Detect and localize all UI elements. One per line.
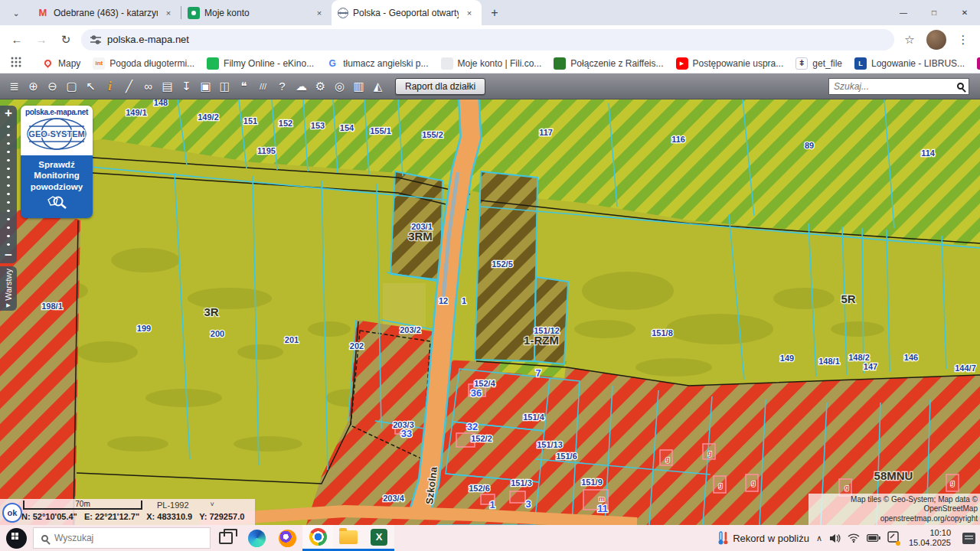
toolbar-zoom-in-button[interactable]: ⊕ — [24, 77, 43, 96]
zoom-slider-track[interactable] — [0, 122, 17, 246]
toolbar-layers-button[interactable]: ≣ — [5, 77, 24, 96]
toolbar-marker-download-button[interactable]: ↧ — [177, 77, 196, 96]
svg-text:GEO-SYSTEM: GEO-SYSTEM — [28, 129, 84, 139]
bookmark-item[interactable]: Mapy — [35, 56, 87, 71]
taskbar-clock[interactable]: 10:10 15.04.2025 — [909, 528, 951, 548]
tab-close-icon[interactable]: × — [162, 7, 175, 19]
toolbar-cloud-upload-button[interactable]: ☁ — [292, 77, 311, 96]
toolbar-help-button[interactable]: ? — [273, 77, 292, 96]
apps-grid-icon[interactable] — [11, 57, 21, 70]
zoom-in-button[interactable]: + — [5, 106, 12, 121]
window-close-button[interactable]: ✕ — [949, 0, 980, 25]
attribution-link[interactable]: openstreetmap.org/copyright — [811, 514, 978, 524]
toolbar-measure-button[interactable]: ╱ — [119, 77, 139, 96]
toolbar-info-button[interactable]: i — [100, 77, 119, 96]
bookmark-item[interactable]: ǂget_file — [789, 56, 848, 71]
bookmark-item[interactable]: Moje konto | Fili.co... — [435, 56, 548, 71]
zoom-out-button[interactable]: − — [5, 248, 12, 263]
tray-expand-icon[interactable]: ∧ — [816, 533, 822, 543]
taskbar-chrome-button[interactable] — [302, 525, 333, 551]
map-viewport[interactable]: 148149/1149/2151152153154155/1155/211711… — [0, 99, 980, 525]
toolbar-copy-view-button[interactable]: ▣ — [196, 77, 215, 96]
taskbar-excel-button[interactable]: X — [364, 525, 394, 551]
explorer-icon — [339, 530, 358, 544]
toolbar-link-button[interactable]: ∞ — [139, 77, 158, 96]
crs-selector[interactable]: PL-1992 ˅ — [157, 500, 214, 510]
bookmark-item[interactable]: intPogoda długotermi... — [87, 56, 201, 71]
toolbar-zoom-out-button[interactable]: ⊖ — [43, 77, 62, 96]
taskbar-search-box[interactable]: Wyszukaj — [33, 527, 211, 549]
toolbar-select-area-button[interactable]: ▢ — [62, 77, 81, 96]
omnibox[interactable]: polska.e-mapa.net — [81, 29, 894, 51]
bookmark-item[interactable]: MKlienci Indywidualni... — [971, 56, 980, 71]
bookmarks-bar: MapyintPogoda długotermi...Filmy Online … — [0, 54, 980, 73]
wifi-icon[interactable] — [848, 533, 860, 543]
clock-date: 15.04.2025 — [909, 538, 951, 548]
bookmark-star-icon[interactable]: ☆ — [900, 31, 919, 49]
copy-view-icon: ▣ — [200, 80, 211, 93]
bookmark-item[interactable]: Filmy Online - eKino... — [201, 56, 320, 71]
notification-center-icon[interactable] — [962, 533, 975, 544]
taskbar-edge-button[interactable] — [241, 525, 272, 551]
geoportal-logo-card[interactable]: polska.e-mapa.net GEO-SYSTEM Sprawdź Mon… — [21, 106, 93, 218]
scale-bar: 70m — [23, 500, 142, 510]
toolbar-label-balloon-button[interactable]: ❝ — [234, 77, 253, 96]
flood-monitoring-banner[interactable]: Sprawdź Monitoring powodziowy — [21, 155, 93, 218]
geo-system-globe-logo: GEO-SYSTEM — [24, 116, 89, 152]
map-canvas[interactable]: 148149/1149/2151152153154155/1155/211711… — [0, 99, 980, 525]
toolbar-settings-button[interactable]: ⚙ — [311, 77, 330, 96]
parcel-label: 148/1 — [818, 357, 840, 366]
tab-search-icon[interactable]: ⌄ — [8, 5, 24, 21]
weather-widget[interactable]: Rekord w pobliżu — [718, 531, 809, 545]
taskbar-firefox-button[interactable] — [272, 525, 302, 551]
site-info-icon[interactable] — [90, 35, 101, 44]
raiff-favicon — [554, 57, 566, 70]
desktop: ⌄ MOdebrane (463) - katarzynakuc×Moje ko… — [0, 0, 980, 551]
toolbar-hatching-button[interactable]: /// — [253, 77, 273, 96]
parcel-label: 149/2 — [198, 112, 219, 122]
toolbar-cart-button[interactable]: ▥ — [349, 77, 368, 96]
browser-menu-icon[interactable]: ⋮ — [954, 31, 972, 49]
tab-close-icon[interactable]: × — [313, 7, 325, 19]
window-minimize-button[interactable]: — — [888, 0, 919, 25]
bookmark-item[interactable]: Gtłumacz angielski p... — [320, 56, 434, 71]
maps-favicon — [41, 57, 54, 70]
toolbar-search-object-button[interactable]: ◎ — [330, 77, 349, 96]
toolbar-pointer-button[interactable]: ↖ — [81, 77, 100, 96]
profile-avatar[interactable] — [926, 30, 946, 50]
map-search-input[interactable] — [834, 81, 957, 92]
forward-icon[interactable]: → — [32, 31, 51, 49]
url-text[interactable]: polska.e-mapa.net — [107, 34, 189, 45]
battery-icon[interactable] — [867, 534, 880, 542]
bookmark-item[interactable]: LLogowanie - LIBRUS... — [848, 56, 971, 71]
toolbar-print-button[interactable]: ▤ — [158, 77, 177, 96]
bookmark-item[interactable]: Połączenie z Raiffeis... — [547, 56, 669, 71]
browser-tab[interactable]: MOdebrane (463) - katarzynakuc× — [31, 0, 181, 25]
parcel-label: 147 — [864, 362, 877, 371]
cloud-upload-icon: ☁ — [296, 80, 307, 93]
tab-close-icon[interactable]: × — [463, 7, 475, 19]
address-label: 7 — [535, 367, 541, 379]
ok-button[interactable]: ok — [2, 503, 22, 523]
taskbar-task-view-button[interactable] — [211, 525, 241, 551]
taskbar-explorer-button[interactable] — [333, 525, 364, 551]
toolbar-flood-warning-button[interactable]: ◭ — [368, 77, 387, 96]
zoom-slider[interactable]: + − — [0, 106, 17, 263]
parcel-report-button[interactable]: Raport dla działki — [395, 78, 485, 95]
bookmark-item[interactable]: ▶Postępowanie uspra... — [670, 56, 790, 71]
window-maximize-button[interactable]: □ — [919, 0, 949, 25]
reload-icon[interactable]: ↻ — [57, 31, 75, 49]
browser-tab[interactable]: Moje konto× — [181, 0, 332, 25]
volume-icon[interactable] — [829, 533, 841, 543]
zone-label: 5R — [841, 292, 855, 305]
start-button[interactable] — [6, 528, 27, 549]
toolbar-split-panels-button[interactable]: ◫ — [215, 77, 234, 96]
back-icon[interactable]: ← — [8, 31, 26, 49]
expand-arrow-icon: ▶ — [6, 302, 10, 308]
ink-workspace-icon[interactable] — [887, 531, 899, 546]
new-tab-button[interactable]: + — [485, 3, 505, 23]
browser-tab[interactable]: Polska - Geoportal otwartych d× — [332, 0, 482, 25]
map-search-box[interactable] — [828, 78, 969, 95]
print-icon: ▤ — [162, 80, 172, 93]
layers-panel-tab[interactable]: Warstwy ▶ — [0, 266, 17, 311]
